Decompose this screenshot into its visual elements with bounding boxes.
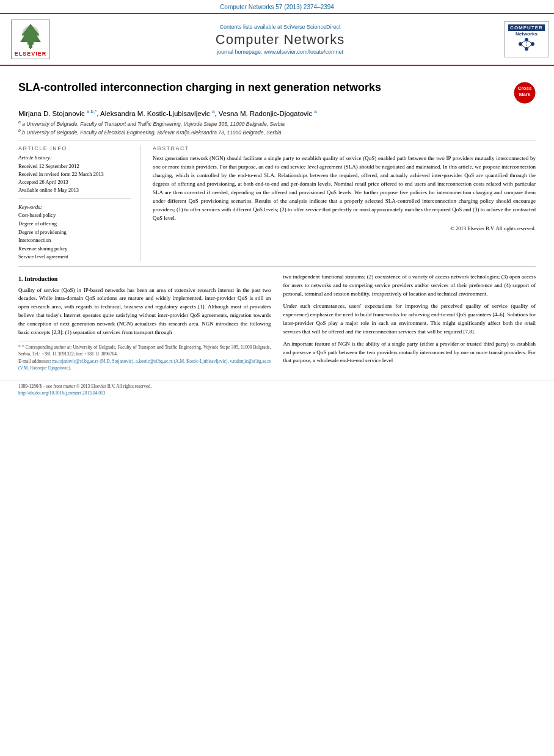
- svg-point-2: [22, 26, 39, 43]
- keyword-4: Interconnection: [18, 236, 131, 245]
- network-icon: [517, 37, 536, 52]
- footnote-email: E-mail addresses: ms.tojanovic@sf.bg.ac.…: [18, 358, 271, 372]
- affiliation-b: b b University of Belgrade, Faculty of E…: [18, 128, 536, 136]
- body-content: 1. Introduction Quality of service (QoS)…: [18, 273, 536, 377]
- accepted-date: Accepted 26 April 2013: [18, 178, 131, 186]
- sciverse-text: Contents lists available at SciVerse Sci…: [61, 24, 499, 30]
- elsevier-text: ELSEVIER: [15, 51, 47, 57]
- journal-header: ELSEVIER Contents lists available at Sci…: [0, 13, 554, 66]
- keywords-label: Keywords:: [18, 204, 131, 210]
- article-title-section: SLA-controlled interconnection charging …: [18, 81, 536, 105]
- article-info-col: ARTICLE INFO Article history: Received 1…: [18, 145, 140, 261]
- footnote-section: * * Corresponding author at: University …: [18, 341, 271, 371]
- main-content: SLA-controlled interconnection charging …: [0, 66, 554, 377]
- available-date: Available online 8 May 2013: [18, 186, 131, 194]
- cn-logo-icon: [508, 37, 545, 54]
- keyword-1: Cost-based policy: [18, 211, 131, 220]
- body-col-right: two independent functional stratums; (2)…: [283, 273, 536, 371]
- info-abstract-section: ARTICLE INFO Article history: Received 1…: [18, 145, 536, 261]
- journal-ref[interactable]: Computer Networks 57 (2013) 2374–2394: [220, 4, 334, 10]
- cn-logo-title: COMPUTER: [508, 24, 545, 31]
- article-info-label: ARTICLE INFO: [18, 145, 131, 151]
- intro-para-4: An important feature of NGN is the abili…: [283, 340, 536, 366]
- history-label: Article history:: [18, 154, 131, 161]
- sciverse-link[interactable]: SciVerse ScienceDirect: [283, 24, 341, 30]
- authors-line: Mirjana D. Stojanovic a,b,*, Aleksandra …: [18, 109, 536, 117]
- elsevier-logo: ELSEVIER: [6, 18, 55, 61]
- info-divider: [18, 198, 131, 199]
- footnote-emails[interactable]: ms.tojanovic@sf.bg.ac.rs (M.D. Stojanovi…: [18, 358, 271, 371]
- keyword-2: Degree of offering: [18, 220, 131, 228]
- affiliation-a: a a University of Belgrade, Faculty of T…: [18, 120, 536, 127]
- svg-text:Cross: Cross: [518, 85, 532, 91]
- page: Computer Networks 57 (2013) 2374–2394 EL…: [0, 0, 554, 756]
- keyword-3: Degree of provisioning: [18, 228, 131, 237]
- intro-para-1: Quality of service (QoS) in IP-based net…: [18, 286, 271, 338]
- cn-logo-box: COMPUTER Networks: [504, 21, 549, 57]
- svg-line-11: [527, 44, 533, 49]
- abstract-col: ABSTRACT Next generation network (NGN) s…: [153, 145, 536, 261]
- crossmark-icon: Cross Mark: [514, 82, 536, 104]
- copyright-line: © 2013 Elsevier B.V. All rights reserved…: [153, 225, 536, 231]
- body-col-left: 1. Introduction Quality of service (QoS)…: [18, 273, 271, 371]
- svg-text:Mark: Mark: [519, 92, 531, 97]
- journal-logo-right: COMPUTER Networks: [505, 21, 548, 57]
- keyword-5: Revenue sharing policy: [18, 245, 131, 253]
- top-bar: Computer Networks 57 (2013) 2374–2394: [0, 0, 554, 13]
- keyword-6: Service level agreement: [18, 253, 131, 261]
- footnote-corresponding: * * Corresponding author at: University …: [18, 344, 271, 358]
- journal-homepage: journal homepage: www.elsevier.com/locat…: [61, 49, 499, 55]
- issn-text: 1389-1286/$ – see front matter © 2013 El…: [18, 383, 536, 390]
- section-divider: [18, 266, 536, 267]
- intro-title: 1. Introduction: [18, 274, 271, 284]
- svg-line-10: [520, 44, 527, 49]
- intro-para-3: Under such circumstances, users' expecta…: [283, 302, 536, 336]
- svg-line-8: [520, 40, 527, 44]
- doi-text: http://dx.doi.org/10.1016/j.comnet.2013.…: [18, 390, 536, 396]
- tree-icon: [15, 22, 46, 49]
- homepage-label: journal homepage:: [217, 49, 264, 55]
- elsevier-tree-logo: ELSEVIER: [6, 18, 55, 61]
- journal-center: Contents lists available at SciVerse Sci…: [61, 24, 499, 55]
- received-date: Received 12 September 2012: [18, 162, 131, 170]
- doi-link[interactable]: http://dx.doi.org/10.1016/j.comnet.2013.…: [18, 390, 106, 396]
- divider: [18, 140, 536, 140]
- svg-line-9: [527, 40, 533, 44]
- email-label: E-mail addresses:: [18, 358, 52, 364]
- abstract-text: Next generation network (NGN) should fac…: [153, 154, 536, 223]
- crossmark[interactable]: Cross Mark: [514, 82, 536, 105]
- homepage-url[interactable]: www.elsevier.com/locate/comnet: [264, 49, 343, 55]
- intro-para-2: two independent functional stratums; (2)…: [283, 273, 536, 299]
- bottom-bar: 1389-1286/$ – see front matter © 2013 El…: [0, 380, 554, 399]
- cn-logo-sub: Networks: [508, 31, 545, 37]
- article-title: SLA-controlled interconnection charging …: [18, 81, 508, 95]
- received-revised-date: Received in revised form 22 March 2013: [18, 170, 131, 178]
- journal-title: Computer Networks: [61, 32, 499, 48]
- abstract-label: ABSTRACT: [153, 145, 536, 151]
